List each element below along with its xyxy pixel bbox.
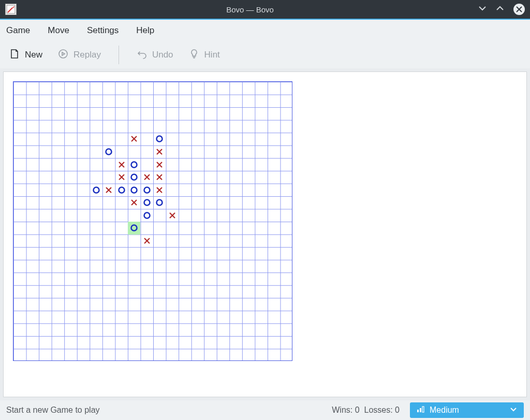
- difficulty-dropdown[interactable]: Medium: [410, 402, 524, 418]
- statusbar: Start a new Game to play Wins: 0 Losses:…: [0, 400, 530, 420]
- board-cell[interactable]: [141, 209, 154, 222]
- mark-o-icon: [155, 198, 164, 207]
- svg-point-18: [131, 175, 137, 180]
- mark-x-icon: [105, 186, 113, 194]
- mark-x-icon: [130, 198, 138, 207]
- hint-label: Hint: [204, 50, 220, 60]
- board-cell[interactable]: [141, 235, 154, 248]
- board-cell[interactable]: [90, 183, 102, 196]
- mark-x-icon: [155, 186, 164, 194]
- mark-o-icon: [143, 186, 151, 194]
- toolbar: New Replay Undo Hint: [0, 41, 530, 68]
- svg-point-23: [93, 187, 99, 193]
- replay-icon: [58, 49, 68, 62]
- new-button[interactable]: New: [9, 49, 42, 62]
- board-cell[interactable]: [128, 222, 141, 235]
- svg-point-13: [131, 162, 137, 167]
- board-cell[interactable]: [166, 209, 179, 222]
- board-cell[interactable]: [128, 133, 141, 146]
- status-message: Start a new Game to play: [6, 405, 321, 415]
- menubar: Game Move Settings Help: [0, 20, 530, 41]
- mark-x-icon: [143, 237, 151, 245]
- board-cell[interactable]: [153, 196, 166, 209]
- svg-point-35: [144, 212, 150, 218]
- mark-x-icon: [155, 148, 164, 156]
- mark-o-icon: [143, 211, 151, 220]
- mark-x-icon: [117, 161, 126, 169]
- board-cell[interactable]: [153, 146, 166, 158]
- board-cell[interactable]: [128, 196, 141, 209]
- mark-o-icon: [130, 161, 138, 169]
- board-cell[interactable]: [115, 158, 128, 171]
- board-cell[interactable]: [153, 133, 166, 146]
- board-cell[interactable]: [115, 183, 128, 196]
- board-cell[interactable]: [141, 196, 154, 209]
- mark-x-icon: [130, 135, 138, 143]
- svg-point-8: [106, 149, 112, 155]
- mark-o-icon: [155, 135, 164, 143]
- new-document-icon: [9, 49, 20, 62]
- main-area: [3, 71, 527, 397]
- mark-o-icon: [143, 198, 151, 207]
- window-controls: [478, 4, 525, 15]
- svg-rect-41: [417, 410, 419, 412]
- svg-point-27: [131, 187, 137, 193]
- close-button[interactable]: [513, 4, 525, 15]
- board-cell[interactable]: [128, 183, 141, 196]
- board-cell[interactable]: [115, 171, 128, 184]
- board-cell[interactable]: [102, 183, 115, 196]
- game-board-wrap: [13, 81, 292, 361]
- difficulty-label: Medium: [430, 405, 459, 415]
- menu-help[interactable]: Help: [136, 25, 154, 36]
- maximize-button[interactable]: [496, 4, 504, 15]
- window-title: Bovo — Bovo: [22, 5, 478, 14]
- losses-label: Losses:: [364, 405, 393, 414]
- mark-o-icon: [130, 224, 138, 232]
- titlebar: Bovo — Bovo: [0, 0, 530, 20]
- svg-point-34: [157, 200, 163, 206]
- mark-x-icon: [155, 173, 164, 181]
- svg-point-38: [131, 225, 137, 231]
- hint-icon: [189, 49, 199, 62]
- mark-x-icon: [117, 173, 126, 181]
- game-board[interactable]: [13, 81, 292, 361]
- board-cell[interactable]: [153, 171, 166, 184]
- replay-button[interactable]: Replay: [58, 49, 101, 62]
- svg-point-7: [157, 136, 163, 142]
- score-display: Wins: 0 Losses: 0: [332, 405, 400, 415]
- svg-rect-43: [422, 407, 424, 412]
- svg-point-4: [59, 50, 67, 58]
- mark-o-icon: [105, 148, 113, 156]
- mark-x-icon: [155, 161, 164, 169]
- board-cell[interactable]: [102, 146, 115, 158]
- board-cell[interactable]: [128, 158, 141, 171]
- board-cell[interactable]: [141, 171, 154, 184]
- undo-icon: [137, 49, 147, 62]
- board-cell[interactable]: [153, 158, 166, 171]
- menu-game[interactable]: Game: [6, 25, 30, 36]
- chevron-down-icon: [509, 405, 518, 415]
- board-cell[interactable]: [141, 183, 154, 196]
- new-label: New: [25, 50, 42, 60]
- losses-value: 0: [395, 405, 400, 414]
- mark-o-icon: [130, 173, 138, 181]
- mark-x-icon: [168, 211, 176, 220]
- board-cell[interactable]: [153, 183, 166, 196]
- app-icon: [5, 4, 17, 15]
- menu-move[interactable]: Move: [48, 25, 69, 36]
- minimize-button[interactable]: [478, 4, 487, 15]
- svg-rect-42: [420, 408, 421, 412]
- mark-o-icon: [92, 186, 100, 194]
- hint-button[interactable]: Hint: [189, 49, 220, 62]
- mark-o-icon: [117, 186, 126, 194]
- board-cell[interactable]: [128, 171, 141, 184]
- menu-settings[interactable]: Settings: [87, 25, 119, 36]
- undo-button[interactable]: Undo: [137, 49, 173, 62]
- wins-label: Wins:: [332, 405, 352, 414]
- wins-value: 0: [355, 405, 360, 414]
- mark-x-icon: [143, 173, 151, 181]
- toolbar-separator: [119, 46, 119, 64]
- undo-label: Undo: [152, 50, 173, 60]
- svg-point-33: [144, 200, 150, 206]
- svg-point-26: [119, 187, 124, 193]
